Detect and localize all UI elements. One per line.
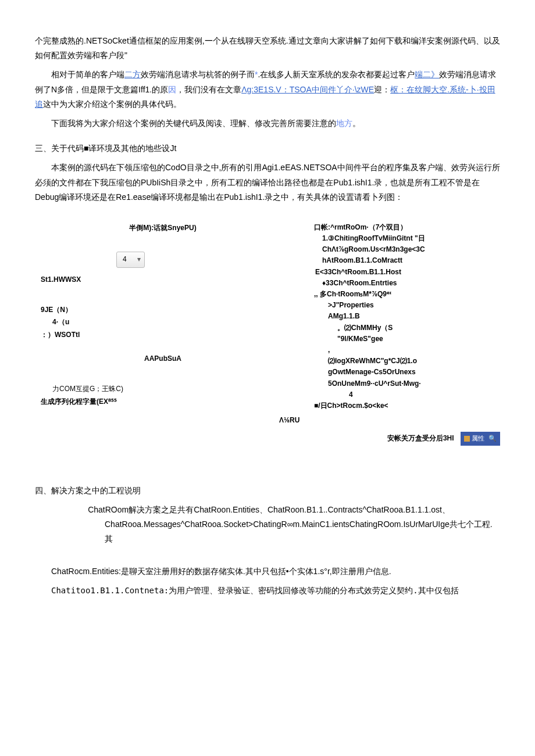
tree-l4: E<33Ch^tRoom.B1.1.Host — [314, 267, 500, 278]
diagram-footer: 安帐关万盒受分后3HI 属性 🔍 — [35, 432, 500, 446]
text-fragment: 下面我将为大家介绍这个案例的关键代码及阅读、理解、修改完善所需要注意的 — [51, 119, 336, 128]
diagram-right-column: 口帐:^rmtRoOm·（7个双目） 1.③ChitingRoofTvMiinG… — [314, 222, 500, 426]
intro-paragraph-1: 个完整成熟的.NETSoCket通信框架的应用案例,一个从在线聊天空系统.通过文… — [35, 34, 500, 63]
footer-text: 安帐关万盒受分后3HI — [387, 434, 454, 442]
diagram-left-column: 半倒M):话就SnyePU) 4 St1.HWWSX 9JE（N） 4·（u ：… — [35, 222, 291, 408]
tree-l1: 1.③ChitingRoofTvMiinGitnt "日 — [314, 233, 500, 244]
intro-paragraph-2: 相对于简单的客户端二方效劳端消息请求与杭答的例子而*.在线多人新天室系统的发杂衣… — [35, 67, 500, 112]
tree-l2: ChΛt⅞gRoom.Us<rM3n3ge<3C — [314, 244, 500, 255]
tree-l11: , — [314, 345, 500, 356]
diagram-9je: 9JE（N） — [41, 304, 291, 317]
tree-l15: 4 — [314, 389, 500, 400]
link-erf[interactable]: 二方 — [124, 70, 141, 79]
section-4-paragraph-3: Chatitoo1.B1.1.Contneta:为用户管理、登录验证、密码找回修… — [35, 583, 500, 598]
platform-dropdown[interactable]: 4 — [116, 252, 145, 268]
tag-icon — [464, 436, 470, 442]
diagram-com: 力COM互提G；王蛛C) — [52, 383, 291, 396]
text-fragment: 效劳端消息请求与杭答的例子而 — [141, 70, 255, 79]
diagram-wsot: ：）WSOTtl — [41, 329, 291, 342]
text-fragment: ChatROom解决方案之足共有ChatRoon.Entities、ChatRo… — [88, 505, 493, 543]
text-fragment: 。 — [352, 119, 361, 128]
tree-l3: hAtRoom.B1.1.CoMractt — [314, 255, 500, 266]
diagram-gen: 生成序列化程字量(EX⁸⁵⁵ — [41, 396, 291, 409]
tree-l16: ■/日Ch>tRocm.$o<ke< — [314, 400, 500, 411]
tree-ru: Λ⅛RU — [279, 415, 500, 426]
section-3-title: 三、关于代码■译环境及其他的地些设Jt — [35, 141, 500, 156]
tree-l7: >J"Properties — [314, 300, 500, 311]
section-4-paragraph-1: ChatROom解决方案之足共有ChatRoon.Entities、ChatRo… — [70, 503, 500, 547]
link-difang[interactable]: 地方 — [336, 119, 352, 128]
tree-l9: 。⑵ChMMHy（S — [314, 323, 500, 334]
link-duaner[interactable]: 端二》 — [415, 70, 439, 79]
section-4-paragraph-2: ChatRocm.Entities:是聊天室注册用好的数据存储实体.其中只包括•… — [35, 564, 500, 579]
diagram-aapub: AAPubSuA — [35, 353, 291, 366]
tree-l12: ⑵logXReWhMC"g*CJ⑵1.o — [314, 356, 500, 367]
settings-diagram: 半倒M):话就SnyePU) 4 St1.HWWSX 9JE（N） 4·（u ：… — [35, 222, 500, 466]
intro-paragraph-3: 下面我将为大家介绍这个案例的关键代码及阅读、理解、修改完善所需要注意的地方。 — [35, 116, 500, 131]
text-fragment: 这中为大家介绍这个案例的具体代码。 — [43, 99, 181, 109]
link-ag3e[interactable]: Λg:3E1S.V：TSOA中间件丫介·\zWE — [241, 85, 374, 94]
link-yin[interactable]: 因 — [168, 85, 176, 94]
text-fragment: 相对于简单的客户端 — [51, 70, 124, 79]
diagram-row-1: 半倒M):话就SnyePU) — [35, 222, 291, 235]
diagram-st1: St1.HWWSX — [41, 274, 291, 286]
tree-l6: ,, 多Ch·tRoom₅M*⅞Q9ᵉᶦ — [314, 289, 500, 300]
section-3-paragraph: 本案例的源代码在下领压缩包的CodO目录之中,所有的引用Agi1.eEAS.NE… — [35, 160, 500, 205]
diagram-4u: 4·（u — [52, 316, 291, 329]
text-fragment: .在线多人新天室系统的发杂衣都要起过客户 — [258, 70, 415, 79]
tree-l10: "9l/KMeS"gee — [314, 334, 500, 345]
tree-l5: ♦33Ch^tRoom.Entrties — [314, 278, 500, 289]
tree-l8: AMg1.1.B — [314, 311, 500, 322]
tag-label: 属性 — [472, 435, 484, 442]
section-4-title: 四、解决方案之中的工程说明 — [35, 483, 500, 498]
properties-tag[interactable]: 属性 🔍 — [461, 432, 500, 446]
tree-l14: 5OnUneMm9··cU^rSut·Mwg· — [314, 378, 500, 389]
tree-l13: gOwtMenage-Cs5OrUnexs — [314, 367, 500, 378]
text-fragment: 迎： — [374, 85, 390, 94]
tree-header: 口帐:^rmtRoOm·（7个双目） — [314, 222, 500, 233]
text-fragment: ，我们没有在文章 — [176, 85, 241, 94]
tag-extra-icon: 🔍 — [488, 435, 497, 442]
